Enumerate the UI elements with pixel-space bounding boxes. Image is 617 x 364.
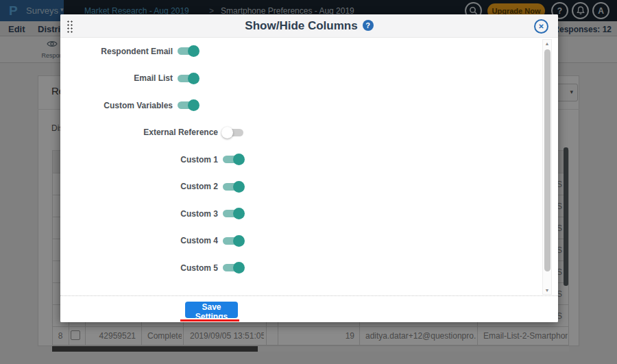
email-list-toggle[interactable] [178,73,198,84]
toggle-label: Custom 4 [66,236,218,245]
modal-help-icon[interactable]: ? [363,20,374,31]
external-reference-toggle[interactable] [223,127,243,138]
toggle-knob [233,208,245,219]
toggle-row: Custom 5 [60,254,558,282]
save-settings-button[interactable]: Save Settings [185,302,238,318]
toggle-label: Custom Variables [66,101,173,110]
modal-title-text: Show/Hide Columns [245,19,357,32]
toggle-label: Email List [66,73,173,83]
toggle-label: Custom 2 [66,182,218,191]
toggle-label: External Reference [66,128,218,137]
screen: P Surveys ▾ Market Research - Aug 2019 >… [0,0,617,364]
toggle-row: Custom 2 [60,173,558,201]
toggle-label: Custom 5 [66,263,218,273]
toggle-knob [188,45,199,57]
close-icon: ✕ [538,23,544,30]
modal-close-button[interactable]: ✕ [534,19,548,34]
show-hide-columns-modal: Show/Hide Columns? ✕ Respondent EmailEma… [60,14,558,322]
toggle-knob [233,235,245,247]
modal-title: Show/Hide Columns? [60,19,558,33]
scrollbar-thumb[interactable] [544,49,551,271]
toggle-knob [188,73,199,84]
toggle-label: Custom 1 [66,155,218,165]
custom-5-toggle[interactable] [223,262,243,274]
respondent-email-toggle[interactable] [178,45,198,57]
annotation-underline [180,319,239,321]
toggle-row: Custom 1 [60,146,558,173]
custom-2-toggle[interactable] [223,181,243,193]
toggle-knob [221,127,233,138]
modal-footer: Save Settings [60,295,558,322]
toggle-knob [233,181,245,193]
toggle-row: Custom 3 [60,200,558,228]
custom-variables-toggle[interactable] [178,99,198,111]
toggle-knob [233,262,245,274]
modal-header: Show/Hide Columns? ✕ [60,14,558,38]
toggle-list: Respondent EmailEmail ListCustom Variabl… [60,38,558,282]
toggle-row: Custom 4 [60,228,558,255]
custom-1-toggle[interactable] [223,154,243,165]
toggle-row: External Reference [60,119,558,147]
custom-4-toggle[interactable] [223,235,243,247]
custom-3-toggle[interactable] [223,208,243,219]
toggle-knob [233,154,245,165]
toggle-label: Custom 3 [66,209,218,219]
scroll-down-icon[interactable]: ▼ [543,288,551,293]
toggle-row: Email List [60,65,558,93]
toggle-label: Respondent Email [66,47,173,56]
toggle-row: Respondent Email [60,38,558,65]
toggle-knob [188,99,199,111]
scroll-up-icon[interactable]: ▲ [543,41,551,46]
modal-body: Respondent EmailEmail ListCustom Variabl… [60,38,558,295]
modal-scrollbar[interactable]: ▲ ▼ [542,39,552,295]
toggle-row: Custom Variables [60,92,558,119]
